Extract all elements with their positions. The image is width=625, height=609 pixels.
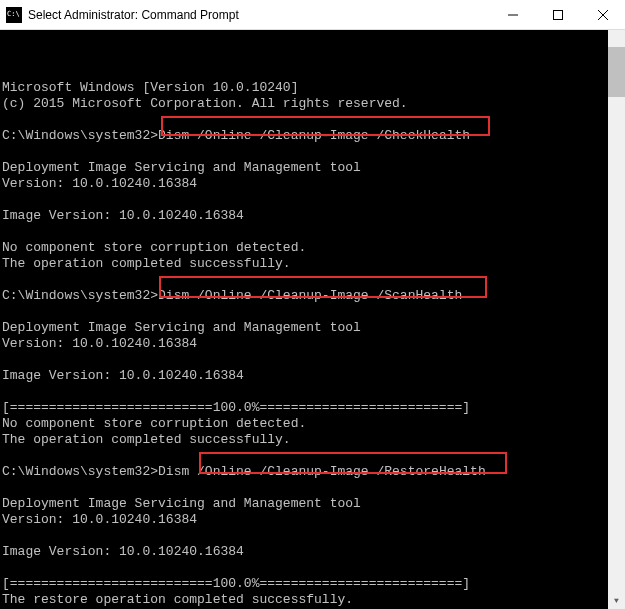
- vertical-scrollbar[interactable]: ▲ ▼: [608, 30, 625, 609]
- output-line: Image Version: 10.0.10240.16384: [2, 208, 244, 223]
- output-line: Image Version: 10.0.10240.16384: [2, 368, 244, 383]
- copyright-line: (c) 2015 Microsoft Corporation. All righ…: [2, 96, 408, 111]
- output-line: No component store corruption detected.: [2, 416, 306, 431]
- scroll-thumb[interactable]: [608, 47, 625, 97]
- app-icon: [6, 7, 22, 23]
- command-checkhealth: Dism /Online /Cleanup-Image /CheckHealth: [158, 128, 470, 143]
- scroll-down-arrow[interactable]: ▼: [608, 592, 625, 609]
- svg-rect-1: [553, 10, 562, 19]
- output-line: Deployment Image Servicing and Managemen…: [2, 320, 361, 335]
- command-restorehealth: Dism /Online /Cleanup-Image /RestoreHeal…: [158, 464, 486, 479]
- prompt: C:\Windows\system32>: [2, 464, 158, 479]
- output-line: The restore operation completed successf…: [2, 592, 353, 607]
- terminal-content: Microsoft Windows [Version 10.0.10240] (…: [2, 64, 625, 609]
- output-line: No component store corruption detected.: [2, 240, 306, 255]
- output-line: Version: 10.0.10240.16384: [2, 512, 197, 527]
- command-scanhealth: Dism /Online /Cleanup-Image /ScanHealth: [158, 288, 462, 303]
- window-title: Select Administrator: Command Prompt: [28, 8, 490, 22]
- prompt: C:\Windows\system32>: [2, 288, 158, 303]
- os-version-line: Microsoft Windows [Version 10.0.10240]: [2, 80, 298, 95]
- output-line: Deployment Image Servicing and Managemen…: [2, 496, 361, 511]
- progress-bar-text: [==========================100.0%=======…: [2, 576, 470, 591]
- prompt: C:\Windows\system32>: [2, 128, 158, 143]
- minimize-button[interactable]: [490, 0, 535, 29]
- progress-bar-text: [==========================100.0%=======…: [2, 400, 470, 415]
- window-controls: [490, 0, 625, 29]
- maximize-button[interactable]: [535, 0, 580, 29]
- terminal-area[interactable]: Microsoft Windows [Version 10.0.10240] (…: [0, 30, 625, 609]
- close-button[interactable]: [580, 0, 625, 29]
- window-titlebar: Select Administrator: Command Prompt: [0, 0, 625, 30]
- output-line: The operation completed successfully.: [2, 256, 291, 271]
- output-line: The operation completed successfully.: [2, 432, 291, 447]
- output-line: Image Version: 10.0.10240.16384: [2, 544, 244, 559]
- output-line: Deployment Image Servicing and Managemen…: [2, 160, 361, 175]
- output-line: Version: 10.0.10240.16384: [2, 176, 197, 191]
- output-line: Version: 10.0.10240.16384: [2, 336, 197, 351]
